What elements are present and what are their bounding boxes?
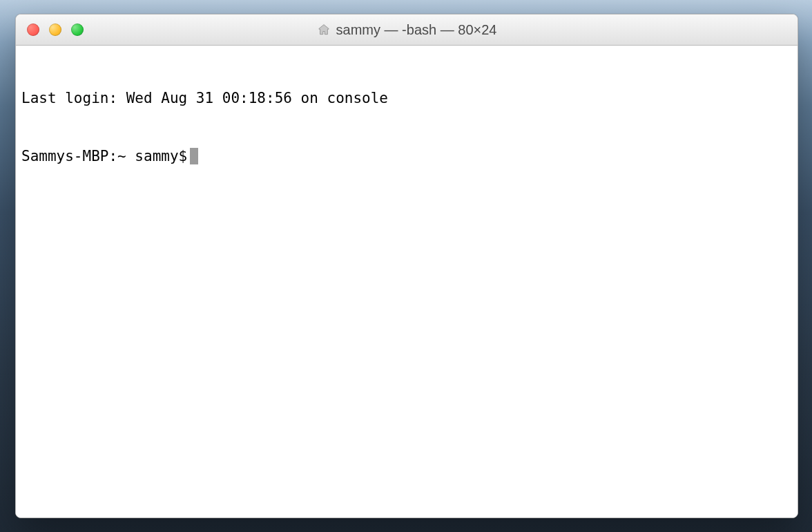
text-cursor[interactable] [190,148,198,164]
prompt-line: Sammys-MBP:~ sammy$ [21,146,792,166]
last-login-line: Last login: Wed Aug 31 00:18:56 on conso… [21,88,792,108]
close-button[interactable] [27,23,39,36]
home-icon [317,23,331,37]
window-title-container: sammy — -bash — 80×24 [16,15,798,45]
terminal-body[interactable]: Last login: Wed Aug 31 00:18:56 on conso… [16,46,798,517]
minimize-button[interactable] [49,23,61,36]
shell-prompt: Sammys-MBP:~ sammy$ [21,146,187,166]
window-titlebar[interactable]: sammy — -bash — 80×24 [16,15,798,46]
zoom-button[interactable] [71,23,84,36]
window-title: sammy — -bash — 80×24 [336,15,497,45]
traffic-lights [16,23,84,36]
terminal-window: sammy — -bash — 80×24 Last login: Wed Au… [15,14,798,518]
